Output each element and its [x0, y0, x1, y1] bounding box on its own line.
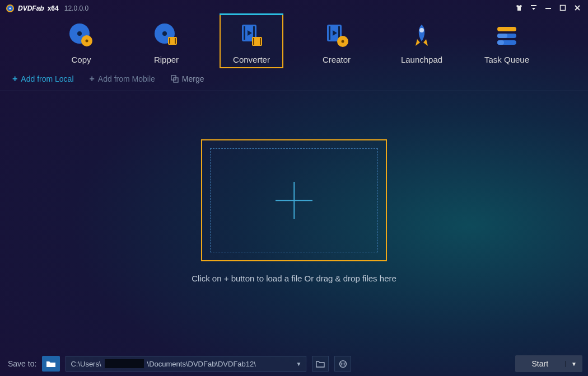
save-path-field[interactable]: C:\Users\ \Documents\DVDFab\DVDFab12\ ▼ [66, 356, 306, 372]
launchpad-icon [409, 22, 435, 48]
add-from-local-button[interactable]: + Add from Local [12, 74, 74, 84]
chevron-down-icon[interactable]: ▼ [296, 361, 301, 367]
svg-rect-19 [253, 38, 254, 45]
tool-label: Add from Mobile [98, 74, 155, 83]
svg-rect-30 [497, 34, 507, 38]
start-label: Start [532, 359, 549, 368]
merge-icon [171, 75, 179, 83]
bottom-bar: Save to: C:\Users\ \Documents\DVDFab\DVD… [0, 351, 588, 376]
app-logo-icon [6, 4, 15, 13]
dropzone-inner [210, 148, 378, 252]
dropzone-hint: Click on + button to load a file Or drag… [192, 274, 396, 283]
globe-icon [339, 360, 347, 368]
nav-tab-converter[interactable]: Converter [220, 13, 283, 68]
nav-label: Converter [233, 55, 270, 64]
folder-icon [316, 360, 325, 368]
nav-tab-creator[interactable]: Creator [305, 13, 368, 68]
creator-icon [324, 22, 349, 48]
app-version: 12.0.0.0 [64, 4, 88, 12]
svg-rect-4 [545, 8, 551, 9]
start-button-group: Start ▼ [515, 355, 582, 372]
svg-point-7 [77, 31, 82, 36]
nav-label: Copy [71, 55, 91, 64]
nav-label: Ripper [154, 55, 179, 64]
close-button[interactable] [573, 4, 581, 13]
converter-icon [239, 22, 264, 48]
svg-rect-14 [175, 38, 176, 44]
folder-icon [46, 360, 56, 368]
save-to-label: Save to: [8, 359, 36, 368]
svg-rect-5 [561, 6, 566, 11]
svg-rect-22 [329, 26, 330, 40]
tshirt-icon[interactable] [515, 4, 523, 13]
maximize-button[interactable] [559, 4, 567, 13]
svg-point-26 [419, 28, 424, 32]
nav-label: Creator [323, 55, 351, 64]
svg-rect-27 [497, 27, 516, 31]
svg-point-2 [10, 8, 11, 10]
start-dropdown-button[interactable]: ▼ [565, 361, 582, 367]
tool-label: Add from Local [21, 74, 73, 83]
nav-label: Launchpad [401, 55, 442, 64]
nav-tab-task-queue[interactable]: Task Queue [475, 13, 539, 68]
ripper-icon [153, 22, 179, 48]
nav-tab-launchpad[interactable]: Launchpad [390, 13, 454, 68]
sub-toolbar: + Add from Local + Add from Mobile Merge [0, 68, 588, 91]
copy-icon [68, 22, 94, 48]
app-arch: x64 [48, 4, 59, 12]
svg-rect-16 [244, 26, 245, 40]
svg-rect-13 [169, 38, 170, 44]
plus-icon: + [12, 74, 17, 84]
main-nav: Copy Ripper Converter Creator Launchpad … [0, 13, 588, 68]
minimize-button[interactable] [544, 4, 552, 13]
nav-tab-ripper[interactable]: Ripper [134, 13, 198, 68]
start-button[interactable]: Start [515, 359, 566, 368]
svg-point-11 [162, 31, 167, 36]
add-from-mobile-button[interactable]: + Add from Mobile [90, 74, 155, 84]
plus-icon: + [90, 74, 95, 84]
app-name: DVDFab [18, 4, 44, 12]
titlebar-left: DVDFab x64 12.0.0.0 [6, 4, 88, 13]
tool-label: Merge [182, 74, 204, 83]
browse-folder-button[interactable] [312, 356, 329, 372]
web-button[interactable] [334, 356, 351, 372]
dropzone[interactable] [201, 139, 387, 261]
svg-rect-31 [497, 40, 504, 45]
dropdown-icon[interactable] [530, 4, 538, 13]
plus-icon [276, 182, 312, 219]
folder-chip[interactable] [42, 356, 60, 372]
nav-tab-copy[interactable]: Copy [49, 13, 113, 68]
path-suffix: \Documents\DVDFab\DVDFab12\ [147, 360, 256, 368]
nav-label: Task Queue [484, 55, 529, 64]
task-queue-icon [494, 22, 520, 48]
svg-rect-3 [531, 5, 536, 6]
svg-point-25 [342, 40, 344, 43]
svg-rect-20 [260, 38, 261, 45]
redacted-segment [105, 359, 144, 368]
path-prefix: C:\Users\ [71, 360, 101, 368]
svg-point-9 [86, 40, 88, 43]
merge-button[interactable]: Merge [171, 74, 204, 83]
